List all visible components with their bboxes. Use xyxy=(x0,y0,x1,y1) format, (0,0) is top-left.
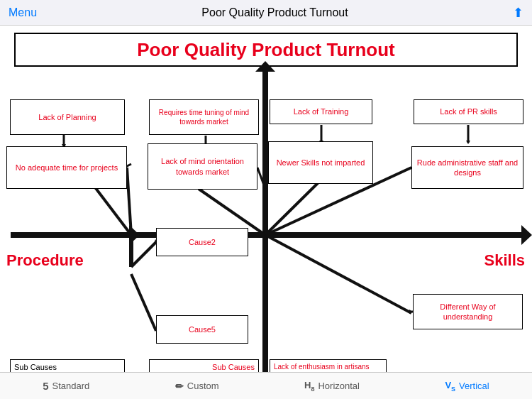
svg-line-8 xyxy=(127,168,131,235)
cause-box-newer-skills[interactable]: Newer Skills not imparted xyxy=(268,141,373,184)
cause-box-lack-mind-orientation[interactable]: Lack of mind orientation towards market xyxy=(148,143,257,190)
menu-button[interactable]: Menu xyxy=(9,6,37,19)
diagram-title-box: Poor Quality Product Turnout xyxy=(14,33,518,67)
bottom-toolbar: 5 Standard ✏ Custom H8 Horizontal VS Ver… xyxy=(0,372,532,399)
category-label-procedure: Procedure xyxy=(6,251,84,270)
cause-box-lack-of-planning[interactable]: Lack of Planning xyxy=(10,99,125,135)
document-title: Poor Quality Product Turnout xyxy=(37,6,513,19)
cause-box-no-adequate-time[interactable]: No adequate time for projects xyxy=(6,146,127,189)
toolbar-vertical[interactable]: VS Vertical xyxy=(445,380,489,393)
vertical-icon: VS xyxy=(445,380,455,393)
cause-box-sub-causes-left[interactable]: Sub Causes xyxy=(10,359,125,372)
share-button[interactable]: ⬆ xyxy=(513,5,523,21)
svg-marker-14 xyxy=(263,186,267,190)
cause-box-sub-causes-mid[interactable]: Sub Causes xyxy=(149,359,259,372)
standard-icon: 5 xyxy=(43,380,48,392)
standard-label: Standard xyxy=(52,381,90,391)
category-label-skills: Skills xyxy=(484,251,525,270)
cause-box-lack-enthusiasm[interactable]: Lack of enthusiasm in artisans xyxy=(270,359,387,372)
cause-box-lack-pr-skills[interactable]: Lack of PR skills xyxy=(414,99,523,124)
toolbar-standard[interactable]: 5 Standard xyxy=(43,380,89,392)
svg-line-30 xyxy=(131,242,156,267)
cause-box-requires-tuning[interactable]: Requires time tuning of mind towards mar… xyxy=(149,99,259,135)
svg-marker-9 xyxy=(129,232,133,235)
cause-box-diff-way[interactable]: Different Way of understanding xyxy=(413,294,523,329)
svg-marker-1 xyxy=(521,225,532,245)
svg-line-34 xyxy=(265,235,411,313)
toolbar-custom[interactable]: ✏ Custom xyxy=(175,381,219,392)
vertical-label: Vertical xyxy=(459,381,489,391)
custom-label: Custom xyxy=(187,381,219,391)
svg-marker-26 xyxy=(466,141,470,144)
cause-box-rude-admin[interactable]: Rude administrative staff and designs xyxy=(411,146,523,189)
top-bar: Menu Poor Quality Product Turnout ⬆ xyxy=(0,0,532,26)
cause-box-cause2[interactable]: Cause2 xyxy=(156,228,248,256)
cause-box-cause5[interactable]: Cause5 xyxy=(156,315,248,344)
diagram-title: Poor Quality Product Turnout xyxy=(137,39,395,61)
horizontal-label: Horizontal xyxy=(318,381,360,391)
custom-icon: ✏ xyxy=(175,381,184,392)
svg-line-13 xyxy=(257,168,265,189)
svg-marker-28 xyxy=(129,225,140,245)
svg-line-17 xyxy=(265,182,319,235)
diagram-area: Poor Quality Product Turnout xyxy=(0,26,532,372)
toolbar-horizontal[interactable]: H8 Horizontal xyxy=(304,380,360,393)
svg-line-32 xyxy=(131,274,156,331)
cause-box-lack-training[interactable]: Lack of Training xyxy=(270,99,372,124)
horizontal-icon: H8 xyxy=(304,380,314,393)
